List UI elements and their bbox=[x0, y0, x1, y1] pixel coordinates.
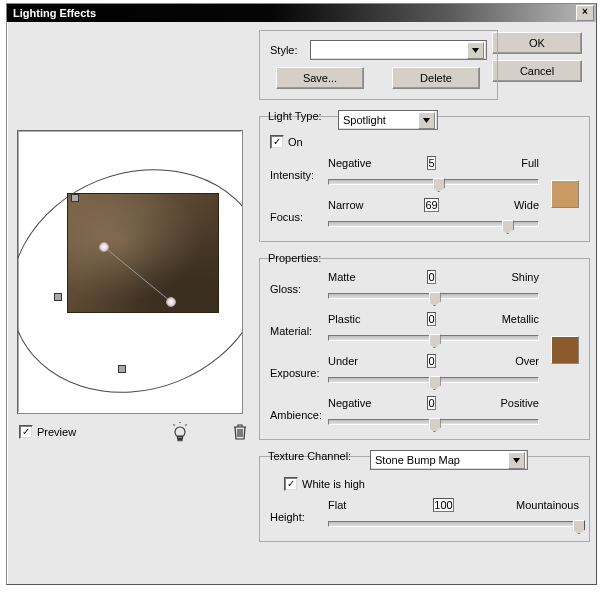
light-color-swatch[interactable] bbox=[551, 180, 579, 208]
preview-label: Preview bbox=[37, 426, 76, 438]
gloss-slider[interactable] bbox=[328, 293, 539, 299]
on-checkbox[interactable]: ✓ On bbox=[270, 135, 303, 149]
svg-marker-4 bbox=[513, 458, 520, 463]
light-type-legend: Light Type: bbox=[264, 110, 326, 122]
properties-group: Properties: Gloss: Matte0Shiny Material: bbox=[259, 258, 590, 440]
slider-thumb[interactable] bbox=[429, 334, 441, 348]
svg-marker-3 bbox=[423, 118, 430, 123]
ellipse-handle[interactable] bbox=[118, 365, 126, 373]
ambience-label: Ambience: bbox=[270, 395, 324, 421]
material-slider[interactable] bbox=[328, 335, 539, 341]
checkbox-icon: ✓ bbox=[19, 425, 33, 439]
ellipse-handle[interactable] bbox=[71, 194, 79, 202]
svg-point-0 bbox=[18, 132, 242, 413]
height-label: Height: bbox=[270, 497, 324, 523]
white-high-label: White is high bbox=[302, 478, 365, 490]
style-select[interactable] bbox=[310, 40, 487, 60]
chevron-down-icon bbox=[467, 42, 484, 59]
intensity-right: Full bbox=[475, 157, 539, 169]
texture-group: Texture Channel: Stone Bump Map ✓ White … bbox=[259, 456, 590, 542]
gloss-label: Gloss: bbox=[270, 269, 324, 295]
trash-icon[interactable] bbox=[231, 422, 249, 442]
light-type-value: Spotlight bbox=[343, 114, 386, 126]
slider-thumb[interactable] bbox=[502, 220, 514, 234]
intensity-left: Negative bbox=[328, 157, 388, 169]
exposure-label: Exposure: bbox=[270, 353, 324, 379]
lightbulb-icon[interactable] bbox=[171, 422, 189, 442]
slider-thumb[interactable] bbox=[429, 292, 441, 306]
checkbox-icon: ✓ bbox=[270, 135, 284, 149]
checkbox-icon: ✓ bbox=[284, 477, 298, 491]
focus-right: Wide bbox=[475, 199, 539, 211]
slider-thumb[interactable] bbox=[573, 520, 585, 534]
close-button[interactable]: × bbox=[576, 5, 594, 21]
intensity-label: Intensity: bbox=[270, 155, 324, 181]
preview-area[interactable] bbox=[17, 130, 243, 414]
white-high-checkbox[interactable]: ✓ White is high bbox=[284, 477, 365, 491]
window-title: Lighting Effects bbox=[13, 7, 96, 19]
intensity-value[interactable]: 5 bbox=[427, 156, 435, 170]
height-slider[interactable] bbox=[328, 521, 579, 527]
focus-slider[interactable] bbox=[328, 221, 539, 227]
slider-thumb[interactable] bbox=[429, 418, 441, 432]
slider-thumb[interactable] bbox=[429, 376, 441, 390]
material-value[interactable]: 0 bbox=[427, 312, 435, 326]
svg-line-1 bbox=[103, 246, 170, 301]
texture-value: Stone Bump Map bbox=[375, 454, 460, 466]
svg-marker-2 bbox=[472, 48, 479, 53]
light-center-handle[interactable] bbox=[99, 242, 109, 252]
chevron-down-icon bbox=[508, 452, 525, 469]
focus-label: Focus: bbox=[270, 197, 324, 223]
exposure-slider[interactable] bbox=[328, 377, 539, 383]
ambience-slider[interactable] bbox=[328, 419, 539, 425]
light-target-handle[interactable] bbox=[166, 297, 176, 307]
style-label: Style: bbox=[270, 44, 304, 56]
preview-checkbox[interactable]: ✓ Preview bbox=[19, 425, 76, 439]
save-button[interactable]: Save... bbox=[276, 67, 364, 89]
light-type-select[interactable]: Spotlight bbox=[338, 110, 438, 130]
ellipse-handle[interactable] bbox=[54, 293, 62, 301]
height-value[interactable]: 100 bbox=[433, 498, 453, 512]
focus-value[interactable]: 69 bbox=[424, 198, 438, 212]
focus-left: Narrow bbox=[328, 199, 388, 211]
ambient-color-swatch[interactable] bbox=[551, 336, 579, 364]
ambience-value[interactable]: 0 bbox=[427, 396, 435, 410]
slider-thumb[interactable] bbox=[433, 178, 445, 192]
texture-legend: Texture Channel: bbox=[264, 450, 355, 462]
material-label: Material: bbox=[270, 311, 324, 337]
on-label: On bbox=[288, 136, 303, 148]
chevron-down-icon bbox=[418, 112, 435, 129]
texture-select[interactable]: Stone Bump Map bbox=[370, 450, 528, 470]
title-bar: Lighting Effects × bbox=[7, 4, 596, 22]
delete-button[interactable]: Delete bbox=[392, 67, 480, 89]
exposure-value[interactable]: 0 bbox=[427, 354, 435, 368]
light-ellipse[interactable] bbox=[18, 131, 242, 413]
gloss-value[interactable]: 0 bbox=[427, 270, 435, 284]
intensity-slider[interactable] bbox=[328, 179, 539, 185]
light-type-group: Light Type: Spotlight ✓ On Intensity: bbox=[259, 116, 590, 242]
properties-legend: Properties: bbox=[264, 252, 325, 264]
